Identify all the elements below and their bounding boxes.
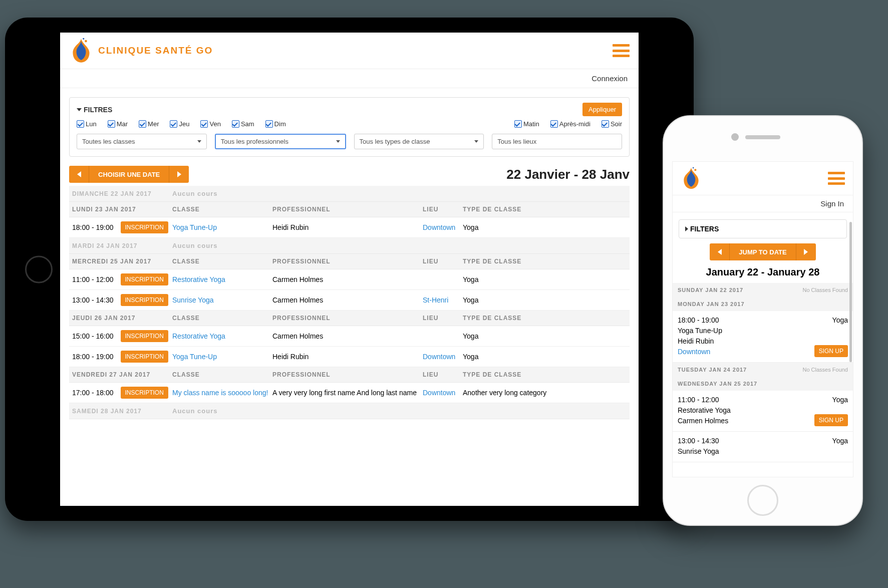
cell-type: Yoga — [832, 395, 848, 405]
phone-home-button[interactable] — [747, 485, 778, 516]
chevron-down-icon — [77, 108, 82, 111]
checkbox-label: Jeu — [179, 120, 189, 128]
schedule-day-empty: TUESDAY JAN 24 2017No Classes Found — [673, 363, 853, 377]
phone-header — [673, 162, 853, 195]
svg-point-0 — [85, 40, 87, 43]
filters-toggle[interactable]: FILTERS — [679, 219, 847, 238]
apply-button[interactable]: Appliquer — [582, 103, 622, 116]
next-week-button[interactable] — [796, 243, 816, 260]
select-places[interactable]: Tous les lieux — [492, 134, 622, 149]
signup-button[interactable]: SIGN UP — [814, 414, 848, 426]
cell-location[interactable]: Downtown — [423, 389, 463, 397]
col-type-label: TYPE DE CLASSE — [463, 315, 627, 322]
cell-class[interactable]: Yoga Tune-Up — [172, 353, 272, 361]
chevron-right-icon — [685, 226, 688, 231]
checkbox-time-matin[interactable]: Matin — [514, 120, 539, 128]
cell-class[interactable]: Restorative Yoga — [172, 275, 272, 283]
checkbox-day-sam[interactable]: Sam — [232, 120, 254, 128]
cell-type: Yoga — [832, 315, 848, 326]
schedule-row: 11:00 - 12:00INSCRIPTION Restorative Yog… — [69, 269, 630, 290]
schedule-row: 18:00 - 19:00INSCRIPTION Yoga Tune-Up He… — [69, 217, 630, 238]
cell-professional: Heidi Rubin — [272, 353, 423, 361]
cell-type: Yoga — [463, 275, 627, 283]
select-class-types[interactable]: Tous les types de classe — [354, 134, 484, 149]
phone-screen: Sign In FILTERS JUMP TO DATE January 22 … — [672, 161, 853, 477]
tablet-device-frame: CLINIQUE SANTÉ GO Connexion FILTRES Appl… — [5, 18, 694, 521]
day-label: MONDAY JAN 23 2017 — [678, 301, 745, 307]
schedule-day-header: WEDNESDAY JAN 25 2017 — [673, 377, 853, 391]
col-class-label: CLASSE — [172, 371, 272, 378]
login-link[interactable]: Connexion — [60, 69, 639, 88]
chevron-right-icon — [804, 249, 808, 255]
inscription-button[interactable]: INSCRIPTION — [121, 330, 168, 342]
cell-class[interactable]: My class name is sooooo long! — [172, 389, 272, 397]
no-class-label: No Classes Found — [803, 367, 848, 373]
flame-icon — [69, 38, 93, 64]
choose-date-button[interactable]: CHOISIR UNE DATE — [89, 166, 169, 183]
cell-location[interactable]: Downtown — [423, 353, 463, 361]
checkbox-day-lun[interactable]: Lun — [77, 120, 97, 128]
cell-location[interactable]: St-Henri — [423, 296, 463, 304]
schedule-day-empty: SUNDAY JAN 22 2017No Classes Found — [673, 283, 853, 297]
schedule-day-empty: SAMEDI 28 JAN 2017Aucun cours — [69, 403, 630, 419]
checkbox-time-après-midi[interactable]: Après-midi — [550, 120, 590, 128]
prev-week-button[interactable] — [69, 166, 89, 183]
filters-toggle[interactable]: FILTRES — [77, 106, 112, 114]
cell-class[interactable]: Restorative Yoga — [172, 332, 272, 340]
col-pro-label: PROFESSIONNEL — [272, 206, 423, 213]
menu-icon[interactable] — [828, 172, 845, 185]
filters-panel: FILTRES Appliquer LunMarMerJeuVenSamDim … — [69, 97, 630, 157]
schedule-row: 17:00 - 18:00INSCRIPTION My class name i… — [69, 383, 630, 403]
checkbox-label: Mer — [148, 120, 159, 128]
svg-point-1 — [83, 38, 84, 40]
schedule-row: 13:00 - 14:30Yoga Sunrise Yoga — [673, 432, 853, 462]
date-bar: JUMP TO DATE — [673, 243, 853, 260]
checkbox-icon — [170, 120, 177, 128]
schedule-row: 18:00 - 19:00Yoga Yoga Tune-Up Heidi Rub… — [673, 311, 853, 363]
login-link[interactable]: Sign In — [673, 195, 853, 212]
cell-professional: Heidi Rubin — [272, 223, 423, 231]
caret-icon — [474, 140, 478, 143]
col-type-label: TYPE DE CLASSE — [463, 371, 627, 378]
col-pro-label: PROFESSIONNEL — [272, 371, 423, 378]
cell-time: 11:00 - 12:00INSCRIPTION — [72, 273, 172, 285]
signup-button[interactable]: SIGN UP — [814, 345, 848, 357]
cell-class: Sunrise Yoga — [678, 446, 848, 457]
checkbox-day-dim[interactable]: Dim — [265, 120, 286, 128]
day-label: JEUDI 26 JAN 2017 — [72, 315, 172, 322]
inscription-button[interactable]: INSCRIPTION — [121, 387, 168, 399]
logo[interactable]: CLINIQUE SANTÉ GO — [69, 38, 213, 64]
day-label: SUNDAY JAN 22 2017 — [678, 287, 743, 293]
cell-time: 13:00 - 14:30INSCRIPTION — [72, 294, 172, 306]
day-label: VENDREDI 27 JAN 2017 — [72, 371, 172, 378]
tablet-home-button[interactable] — [25, 255, 53, 283]
jump-to-date-button[interactable]: JUMP TO DATE — [730, 243, 795, 260]
inscription-button[interactable]: INSCRIPTION — [121, 294, 168, 306]
select-professionals[interactable]: Tous les professionnels — [215, 134, 346, 149]
cell-location[interactable]: Downtown — [423, 223, 463, 231]
cell-class[interactable]: Yoga Tune-Up — [172, 223, 272, 231]
inscription-button[interactable]: INSCRIPTION — [121, 351, 168, 363]
flame-icon[interactable] — [681, 167, 702, 190]
schedule-day-empty: DIMANCHE 22 JAN 2017Aucun cours — [69, 186, 630, 202]
cell-type: Yoga — [463, 296, 627, 304]
menu-icon[interactable] — [613, 44, 630, 57]
cell-class[interactable]: Sunrise Yoga — [172, 296, 272, 304]
inscription-button[interactable]: INSCRIPTION — [121, 221, 168, 233]
cell-professional: Carmen Holmes — [272, 332, 423, 340]
prev-week-button[interactable] — [710, 243, 730, 260]
checkbox-time-soir[interactable]: Soir — [602, 120, 622, 128]
inscription-button[interactable]: INSCRIPTION — [121, 273, 168, 285]
checkbox-day-mer[interactable]: Mer — [139, 120, 159, 128]
col-class-label: CLASSE — [172, 315, 272, 322]
checkbox-day-mar[interactable]: Mar — [108, 120, 128, 128]
checkbox-label: Après-midi — [559, 120, 590, 128]
checkbox-label: Mar — [117, 120, 128, 128]
day-label: SAMEDI 28 JAN 2017 — [72, 407, 172, 415]
checkbox-day-ven[interactable]: Ven — [200, 120, 220, 128]
select-classes[interactable]: Toutes les classes — [77, 134, 207, 149]
next-week-button[interactable] — [169, 166, 189, 183]
checkbox-day-jeu[interactable]: Jeu — [170, 120, 189, 128]
schedule-row: 18:00 - 19:00INSCRIPTION Yoga Tune-Up He… — [69, 347, 630, 367]
date-nav: CHOISIR UNE DATE — [69, 166, 189, 183]
